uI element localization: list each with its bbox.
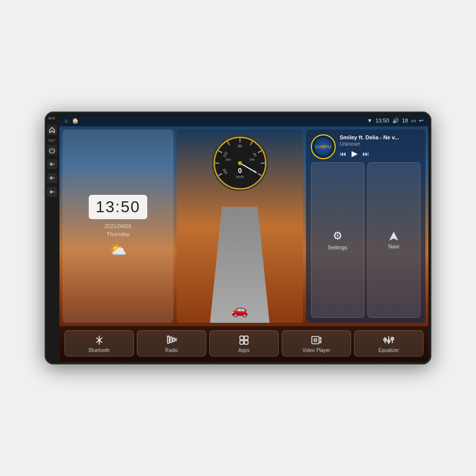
next-button[interactable]: ⏭ [362,150,369,158]
back-side-button-3[interactable] [47,187,57,197]
gauge-container: 80 120 40 160 0 200 240 [210,133,270,193]
svg-rect-30 [312,337,319,344]
apps-label: Apps [238,348,250,353]
settings-label: Settings [328,244,348,250]
svg-rect-28 [240,341,243,344]
car-silhouette: 🚗 [231,301,248,318]
clock-time: 13:50 [96,198,140,216]
equalizer-icon [383,335,394,346]
clock-minute: 50 [120,198,140,216]
clock-colon: : [116,198,121,216]
bottom-app-bar: Bluetooth Radio [60,326,428,361]
volume-icon: 🔊 [392,118,399,124]
home-side-button[interactable] [47,125,57,135]
svg-text:200: 200 [225,158,231,161]
video-icon [311,335,322,346]
music-title: Smiley ft. Delia - Ne v... [340,134,420,140]
svg-rect-27 [244,336,248,340]
volume-level: 18 [402,118,408,123]
svg-rect-29 [244,341,248,344]
apps-icon [238,335,249,346]
bluetooth-app-button[interactable]: Bluetooth [64,330,134,357]
navi-label: Navi [388,243,399,249]
svg-text:80: 80 [238,144,242,148]
music-widget: CARFU Smiley ft. Delia - Ne v... Unknown… [306,129,425,323]
back-icon: ↩ [419,118,423,124]
album-art: CARFU [311,134,336,159]
signal-icon: ▼ [367,118,372,123]
screen-icon: ▭ [411,118,416,124]
status-bar: ⌂ 🏠 ▼ 13:50 🔊 18 ▭ ↩ [60,115,428,126]
music-top: CARFU Smiley ft. Delia - Ne v... Unknown… [311,134,420,159]
svg-text:240: 240 [249,158,254,161]
mic-label: MIC [49,117,56,120]
side-buttons-panel: MIC RST [45,112,60,364]
settings-navi-row: ⚙ Settings Navi [311,162,420,318]
top-widgets-row: 13:50 2021/04/01 Thursday ⛅ [62,129,425,323]
status-time: 13:50 [375,118,389,123]
video-player-label: Video Player [302,348,331,353]
play-button[interactable]: ▶ [352,149,357,158]
music-artist: Unknown [340,141,420,147]
svg-rect-22 [168,336,170,344]
status-right: ▼ 13:50 🔊 18 ▭ ↩ [367,118,423,124]
settings-tile[interactable]: ⚙ Settings [311,162,364,318]
svg-rect-25 [176,339,177,341]
svg-rect-26 [240,336,243,340]
head-unit: MIC RST [45,112,431,364]
radio-label: Radio [165,348,178,353]
bluetooth-label: Bluetooth [89,348,110,353]
svg-rect-24 [173,338,175,341]
weather-icon: ⛅ [110,241,127,258]
clock-widget: 13:50 2021/04/01 Thursday ⛅ [62,129,174,323]
clock-date-line2: Thursday [104,230,131,238]
svg-point-19 [238,161,242,165]
navi-icon [388,231,399,241]
clock-display: 13:50 [89,195,147,219]
clock-date-line1: 2021/04/01 [104,222,131,231]
radio-icon [166,335,177,346]
svg-text:0: 0 [238,167,242,175]
power-side-button[interactable] [47,145,57,155]
settings-icon: ⚙ [333,230,343,242]
radio-app-button[interactable]: Radio [137,330,206,357]
house-status-icon: 🏠 [72,118,79,124]
rst-label: RST [49,139,56,142]
apps-app-button[interactable]: Apps [209,330,279,357]
video-player-app-button[interactable]: Video Player [282,330,351,357]
back-side-button-1[interactable] [47,159,57,169]
home-status-icon: ⌂ [64,118,68,123]
gauge-svg: 80 120 40 160 0 200 240 [210,133,270,193]
navi-tile[interactable]: Navi [367,162,421,318]
main-screen: ⌂ 🏠 ▼ 13:50 🔊 18 ▭ ↩ [60,115,428,361]
main-content-area: 13:50 2021/04/01 Thursday ⛅ [60,126,428,326]
equalizer-app-button[interactable]: Equalizer [354,330,423,357]
bluetooth-icon [94,335,105,346]
equalizer-label: Equalizer [378,348,399,353]
svg-point-31 [314,339,317,342]
music-info: Smiley ft. Delia - Ne v... Unknown ⏮ ▶ ⏭ [340,134,420,158]
speedometer-widget: 80 120 40 160 0 200 240 [177,129,303,323]
svg-rect-23 [170,337,172,343]
carfu-logo: CARFU [315,144,331,149]
screen-wrapper: ⌂ 🏠 ▼ 13:50 🔊 18 ▭ ↩ [60,112,431,364]
status-left: ⌂ 🏠 [64,118,79,124]
svg-text:km/h: km/h [236,175,243,178]
album-art-inner: CARFU [314,138,332,156]
clock-hour: 13 [96,198,116,216]
clock-date: 2021/04/01 Thursday [104,222,131,238]
music-controls: ⏮ ▶ ⏭ [340,149,420,158]
prev-button[interactable]: ⏮ [340,150,347,158]
back-side-button-2[interactable] [47,173,57,183]
